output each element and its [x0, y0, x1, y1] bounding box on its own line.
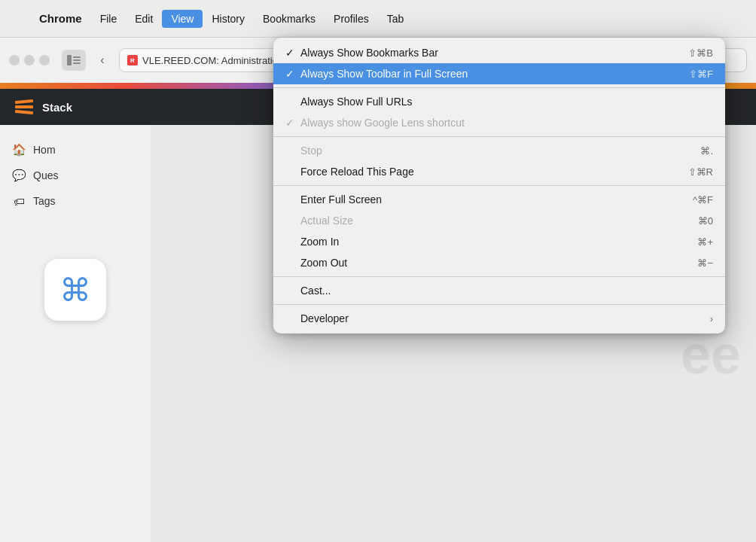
separator-3 [273, 185, 725, 186]
menu-item-cast[interactable]: Cast... [273, 280, 725, 301]
menu-label: Force Reload This Page [300, 166, 664, 178]
view-dropdown-menu: ✓ Always Show Bookmarks Bar ⇧⌘B ✓ Always… [273, 38, 725, 333]
menu-item-zoom-in[interactable]: Zoom In ⌘+ [273, 231, 725, 252]
check-icon: ✓ [285, 47, 300, 59]
shortcut: ⌘. [676, 145, 713, 157]
menu-item-always-show-bookmarks-bar[interactable]: ✓ Always Show Bookmarks Bar ⇧⌘B [273, 42, 725, 63]
menu-label: Stop [300, 145, 676, 157]
shortcut: ^⌘F [669, 194, 713, 206]
separator-5 [273, 304, 725, 305]
menu-label: Actual Size [300, 215, 674, 227]
shortcut: ⌘− [673, 257, 713, 269]
menu-label: Cast... [300, 285, 689, 297]
shortcut: ⌘0 [674, 215, 713, 227]
check-icon: ✓ [285, 117, 300, 129]
separator-1 [273, 87, 725, 88]
shortcut: ⌘+ [673, 236, 713, 248]
menu-label: Zoom In [300, 236, 673, 248]
menu-item-always-show-toolbar-fullscreen[interactable]: ✓ Always Show Toolbar in Full Screen ⇧⌘F [273, 63, 725, 84]
shortcut: ⇧⌘B [664, 47, 713, 59]
shortcut: ⇧⌘R [664, 166, 713, 178]
menu-label: Always Show Toolbar in Full Screen [300, 68, 665, 80]
menu-item-stop: Stop ⌘. [273, 140, 725, 161]
menu-item-always-show-full-urls[interactable]: Always Show Full URLs [273, 91, 725, 112]
menu-label: Enter Full Screen [300, 193, 669, 206]
dropdown-overlay: ✓ Always Show Bookmarks Bar ⇧⌘B ✓ Always… [0, 0, 756, 542]
menu-item-force-reload[interactable]: Force Reload This Page ⇧⌘R [273, 161, 725, 182]
menu-item-zoom-out[interactable]: Zoom Out ⌘− [273, 252, 725, 273]
menu-label: Always Show Bookmarks Bar [300, 47, 664, 59]
shortcut: ⇧⌘F [665, 69, 713, 80]
menu-item-actual-size: Actual Size ⌘0 [273, 210, 725, 231]
menu-item-developer[interactable]: Developer › [273, 308, 725, 329]
menu-label: Always show Google Lens shortcut [300, 117, 689, 129]
menu-label: Developer [300, 312, 710, 324]
menu-item-google-lens: ✓ Always show Google Lens shortcut [273, 112, 725, 133]
menu-item-enter-full-screen[interactable]: Enter Full Screen ^⌘F [273, 189, 725, 210]
menu-label: Zoom Out [300, 257, 673, 269]
menu-label: Always Show Full URLs [300, 96, 689, 108]
submenu-arrow-icon: › [710, 313, 713, 324]
separator-2 [273, 136, 725, 137]
check-icon: ✓ [285, 68, 300, 80]
separator-4 [273, 276, 725, 277]
